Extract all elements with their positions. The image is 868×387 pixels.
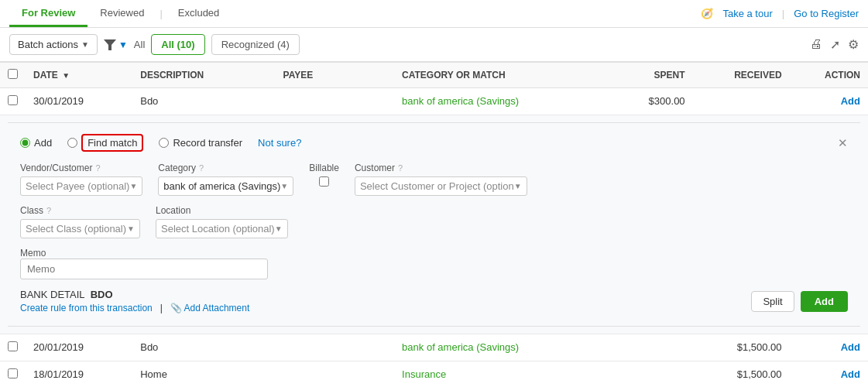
add-attachment-link[interactable]: 📎 Add Attachment: [170, 303, 249, 313]
not-sure-link[interactable]: Not sure?: [258, 137, 301, 149]
find-match-label[interactable]: Find match: [81, 134, 143, 152]
tab-recognized[interactable]: Recognized (4): [211, 34, 300, 55]
table-row: 20/01/2019 Bdo bank of america (Savings)…: [0, 334, 868, 361]
vendor-caret[interactable]: ▼: [129, 182, 137, 190]
row3-received: $1,500.00: [693, 361, 790, 388]
batch-actions-label: Batch actions: [18, 39, 78, 50]
all-label: All: [134, 39, 145, 50]
close-expanded-button[interactable]: ✕: [838, 136, 848, 150]
row3-checkbox-cell: [0, 361, 26, 388]
row3-description: Home: [132, 361, 275, 388]
create-rule-link[interactable]: Create rule from this transaction: [20, 303, 153, 313]
customer-caret[interactable]: ▼: [514, 182, 522, 190]
class-help[interactable]: ?: [46, 206, 51, 215]
filter-icon[interactable]: ▼: [104, 39, 128, 50]
add-button[interactable]: Add: [801, 291, 848, 312]
tab-excluded[interactable]: Excluded: [166, 1, 232, 27]
tab-all[interactable]: All (10): [151, 34, 204, 55]
batch-actions-button[interactable]: Batch actions ▼: [9, 34, 98, 55]
class-caret[interactable]: ▼: [127, 224, 135, 233]
row3-checkbox[interactable]: [8, 368, 18, 378]
gear-icon[interactable]: ⚙: [848, 37, 859, 52]
location-select[interactable]: Select Location (optional) ▼: [156, 219, 288, 238]
header-action: ACTION: [790, 63, 868, 88]
location-group: Location Select Location (optional) ▼: [156, 205, 288, 238]
memo-input[interactable]: [20, 259, 268, 279]
svg-marker-0: [104, 39, 116, 50]
radio-add[interactable]: Add: [20, 137, 52, 149]
expanded-form: Add Find match Record transfer Not sure?: [8, 122, 860, 327]
toolbar: Batch actions ▼ ▼ All All (10) Recognize…: [0, 28, 868, 62]
category-label: Category ?: [158, 163, 293, 173]
vendor-select-text: Select Payee (optional): [26, 180, 129, 192]
row2-spent: [598, 334, 693, 361]
class-select[interactable]: Select Class (optional) ▼: [20, 219, 140, 238]
link-separator: |: [782, 8, 784, 19]
vendor-help[interactable]: ?: [95, 163, 100, 173]
row2-date: 20/01/2019: [26, 334, 132, 361]
form-row-2: Class ? Select Class (optional) ▼ Locati…: [20, 205, 848, 238]
row2-checkbox[interactable]: [8, 341, 18, 351]
location-caret[interactable]: ▼: [275, 224, 283, 233]
bank-detail-row: BANK DETAIL BDO Create rule from this tr…: [20, 289, 848, 313]
take-tour-link[interactable]: Take a tour: [722, 8, 772, 19]
bank-detail-title: BANK DETAIL BDO: [20, 289, 249, 300]
bank-detail-left: BANK DETAIL BDO Create rule from this tr…: [20, 289, 249, 313]
tab-for-review[interactable]: For Review: [9, 1, 87, 27]
billable-checkbox[interactable]: [319, 176, 329, 187]
customer-help[interactable]: ?: [398, 163, 403, 173]
date-sort-arrow: ▼: [62, 71, 70, 80]
radio-add-input[interactable]: [20, 138, 30, 148]
batch-actions-arrow: ▼: [81, 40, 89, 49]
category-group: Category ? bank of america (Savings) ▼: [158, 163, 293, 196]
filter-dropdown-arrow[interactable]: ▼: [118, 39, 128, 50]
category-select-text: bank of america (Savings): [163, 180, 280, 192]
bank-links: Create rule from this transaction | 📎 Ad…: [20, 303, 249, 313]
class-select-text: Select Class (optional): [26, 223, 127, 235]
header-checkbox-cell: [0, 63, 26, 88]
row1-description: Bdo: [132, 88, 275, 115]
row1-checkbox[interactable]: [8, 95, 18, 105]
row3-payee: [276, 361, 395, 388]
header-category-match: CATEGORY OR MATCH: [394, 63, 598, 88]
radio-record-transfer-input[interactable]: [159, 138, 169, 148]
class-group: Class ? Select Class (optional) ▼: [20, 205, 140, 238]
radio-find-match-input[interactable]: [67, 138, 77, 148]
vendor-label: Vendor/Customer ?: [20, 163, 142, 173]
category-select[interactable]: bank of america (Savings) ▼: [158, 176, 293, 196]
paperclip-icon: 📎: [170, 303, 182, 313]
row3-date: 18/01/2019: [26, 361, 132, 388]
print-icon[interactable]: 🖨: [810, 37, 822, 52]
category-caret[interactable]: ▼: [280, 182, 288, 190]
row1-action[interactable]: Add: [790, 88, 868, 115]
row3-action[interactable]: Add: [790, 361, 868, 388]
row1-payee: [276, 88, 395, 115]
row2-received: $1,500.00: [693, 334, 790, 361]
row2-category[interactable]: bank of america (Savings): [394, 334, 598, 361]
memo-section: Memo: [20, 248, 848, 279]
table-row: 18/01/2019 Home Insurance $1,500.00 Add: [0, 361, 868, 388]
header-date[interactable]: DATE ▼: [26, 63, 132, 88]
billable-group: Billable: [309, 163, 339, 187]
memo-label: Memo: [20, 248, 848, 259]
tab-reviewed[interactable]: Reviewed: [87, 1, 156, 27]
radio-add-label: Add: [34, 137, 52, 149]
row1-category[interactable]: bank of america (Savings): [394, 88, 598, 115]
radio-record-transfer-label: Record transfer: [173, 137, 242, 149]
row2-action[interactable]: Add: [790, 334, 868, 361]
category-help[interactable]: ?: [199, 163, 204, 173]
go-to-register-link[interactable]: Go to Register: [794, 8, 859, 19]
vendor-select[interactable]: Select Payee (optional) ▼: [20, 176, 142, 196]
split-button[interactable]: Split: [751, 291, 794, 312]
row3-category[interactable]: Insurance: [394, 361, 598, 388]
customer-select[interactable]: Select Customer or Project (option ▼: [355, 176, 527, 196]
radio-record-transfer[interactable]: Record transfer: [159, 137, 242, 149]
expanded-cell: Add Find match Record transfer Not sure?: [0, 115, 868, 334]
row2-payee: [276, 334, 395, 361]
tab-separator: |: [160, 8, 162, 19]
header-spent: SPENT: [598, 63, 693, 88]
export-icon[interactable]: ➚: [830, 37, 840, 52]
select-all-checkbox[interactable]: [8, 69, 18, 79]
radio-find-match[interactable]: Find match: [67, 134, 143, 152]
location-select-text: Select Location (optional): [161, 223, 275, 235]
